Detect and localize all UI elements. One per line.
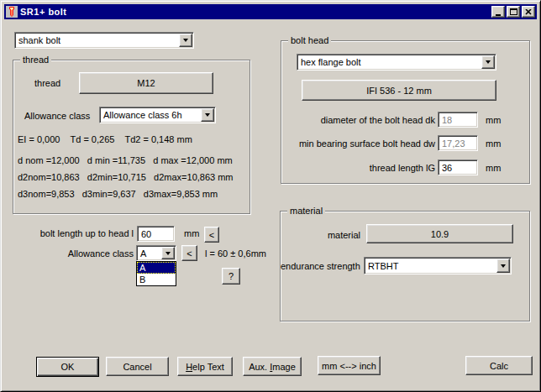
bolt-length-unit-label: mm — [184, 228, 199, 239]
chevron-down-icon — [205, 113, 210, 117]
thread-label: thread — [34, 78, 60, 89]
ok-button[interactable]: OK — [36, 357, 99, 377]
material-label: material — [295, 230, 360, 241]
mm-inch-label: mm <--> inch — [322, 361, 376, 371]
thread-allowance-label: Allowance class — [24, 111, 90, 122]
close-button[interactable] — [522, 6, 535, 18]
dk-unit-label: mm — [486, 115, 501, 126]
thread-size-value: M12 — [137, 78, 155, 88]
allowance-option-a[interactable]: A — [137, 262, 176, 274]
dw-unit-label: mm — [486, 139, 501, 149]
ok-label: OK — [61, 362, 75, 372]
mm-inch-toggle-button[interactable]: mm <--> inch — [318, 356, 381, 375]
thread-tolerance-line: EI = 0,000 Td = 0,265 Td2 = 0,148 mm — [18, 134, 192, 145]
cancel-label: Cancel — [123, 362, 151, 372]
window-title: SR1+ bolt — [20, 7, 67, 17]
endurance-strength-value: RTBHT — [368, 261, 511, 271]
length-allowance-pick-label: < — [186, 248, 192, 259]
endurance-strength-select[interactable]: RTBHT — [364, 257, 512, 274]
length-allowance-label: Allowance class — [26, 248, 134, 259]
aux-image-button[interactable]: Aux. Image — [243, 357, 302, 376]
dk-label: diameter of the bolt head dk — [286, 115, 435, 126]
thread-d3-line: d3nom=9,853 d3min=9,637 d3max=9,853 mm — [18, 189, 218, 200]
thread-d2-line: d2nom=10,863 d2min=10,715 d2max=10,863 m… — [18, 172, 234, 183]
minimize-icon — [496, 14, 501, 16]
bolt-head-type-dropdown-arrow[interactable] — [481, 55, 495, 69]
endurance-strength-dropdown-arrow[interactable] — [496, 259, 510, 273]
thread-allowance-value: Allowance class 6h — [103, 110, 215, 120]
length-allowance-dropdown-arrow[interactable] — [161, 247, 175, 259]
dw-label: min bearing surface bolt head dw — [286, 139, 435, 149]
help-text-button[interactable]: Help Text — [177, 357, 233, 376]
thread-length-label: thread length lG — [286, 163, 435, 174]
thread-d-line: d nom =12,000 d min =11,735 d max =12,00… — [18, 155, 233, 166]
dk-input — [438, 112, 478, 128]
chevron-down-icon — [501, 264, 506, 268]
length-allowance-select[interactable]: A — [136, 245, 176, 261]
bolt-head-group-title: bolt head — [288, 35, 331, 45]
cancel-button[interactable]: Cancel — [106, 357, 169, 376]
help-question-label: ? — [228, 271, 234, 281]
bolt-length-pick-button[interactable]: < — [204, 227, 219, 243]
dw-input — [438, 135, 478, 151]
calc-label: Calc — [490, 361, 508, 371]
material-group-title: material — [287, 206, 325, 216]
bolt-length-pick-label: < — [209, 230, 214, 240]
thread-size-button[interactable]: M12 — [79, 72, 213, 94]
titlebar[interactable]: SR1+ bolt — [4, 4, 537, 19]
bolt-app-icon — [6, 6, 18, 18]
length-allowance-pick-button[interactable]: < — [181, 245, 197, 261]
calc-button[interactable]: Calc — [465, 356, 533, 375]
bolt-head-type-value: hex flange bolt — [301, 57, 496, 67]
help-question-button[interactable]: ? — [222, 268, 240, 285]
bolt-length-label: bolt length up to head l — [26, 228, 134, 239]
thread-allowance-select[interactable]: Allowance class 6h — [99, 107, 216, 123]
bolt-type-dropdown-arrow[interactable] — [179, 34, 192, 47]
length-tolerance-text: l = 60 ± 0,6mm — [205, 248, 266, 259]
endurance-strength-label: endurance strength — [281, 261, 360, 272]
bolt-head-type-select[interactable]: hex flange bolt — [297, 54, 496, 71]
help-text-label: Help Text — [186, 362, 224, 372]
thread-allowance-dropdown-arrow[interactable] — [201, 108, 214, 122]
allowance-dropdown-list: A B — [136, 261, 176, 286]
close-icon — [525, 9, 532, 15]
thread-group-title: thread — [20, 55, 51, 65]
dialog-window: SR1+ bolt shank bolt thread thread M12 A… — [0, 0, 541, 392]
bolt-type-select[interactable]: shank bolt — [14, 32, 194, 49]
chevron-down-icon — [165, 252, 171, 255]
bolt-length-input[interactable] — [137, 226, 175, 242]
chevron-down-icon — [183, 39, 188, 42]
aux-image-label: Aux. Image — [249, 362, 296, 372]
chevron-down-icon — [486, 60, 491, 64]
material-value: 10.9 — [431, 229, 449, 239]
maximize-icon — [510, 8, 517, 15]
bolt-type-value: shank bolt — [18, 35, 193, 45]
thread-length-unit-label: mm — [486, 163, 501, 174]
minimize-button[interactable] — [491, 6, 505, 18]
bolt-head-standard-label: IFI 536 - 12 mm — [366, 86, 432, 96]
bolt-head-standard-button[interactable]: IFI 536 - 12 mm — [302, 80, 496, 101]
maximize-button[interactable] — [507, 6, 520, 18]
thread-length-input[interactable] — [438, 159, 478, 175]
allowance-option-b[interactable]: B — [137, 274, 176, 285]
material-button[interactable]: 10.9 — [366, 224, 513, 243]
